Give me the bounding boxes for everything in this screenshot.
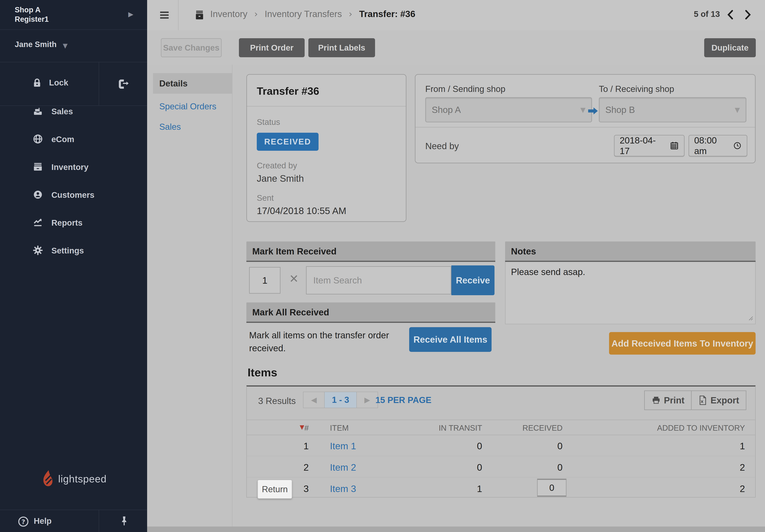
transfer-title: Transfer #36 [247, 75, 406, 97]
table-header-row: ▼ # ITEM IN TRANSIT RECEIVED ADDED TO IN… [247, 420, 755, 435]
sidebar: Shop A Register1 ▶ Jane Smith ▼ Lock [0, 0, 147, 532]
sidebar-item-reports[interactable]: Reports [0, 209, 147, 237]
sidebar-menu: Sales eCom Inventory Customers R [0, 98, 147, 265]
next-record-button[interactable] [742, 9, 753, 22]
item-search-input[interactable] [306, 266, 451, 294]
per-page-link[interactable]: 15 PER PAGE [376, 395, 431, 405]
items-toolbar: 3 Results ◀ 1 - 3 ▶ 15 PER PAGE Print x … [247, 387, 755, 413]
shop-register-switcher[interactable]: Shop A Register1 ▶ [0, 0, 147, 30]
pager-next-icon[interactable]: ▶ [357, 392, 378, 408]
tab-sales[interactable]: Sales [153, 122, 233, 132]
help-label: Help [34, 516, 52, 526]
inventory-box-icon [32, 161, 43, 173]
to-shop-label: To / Receiving shop [599, 84, 674, 94]
tab-details[interactable]: Details [153, 73, 233, 94]
hamburger-menu-icon[interactable] [159, 9, 170, 22]
sidebar-item-sales[interactable]: Sales [0, 98, 147, 126]
need-by-date-field[interactable]: 2018-04-17 [614, 135, 685, 156]
chevron-down-icon: ▼ [63, 42, 68, 49]
col-number[interactable]: # [247, 423, 309, 432]
calendar-icon [670, 141, 679, 150]
mark-all-received-section: Mark All Received Mark all items on the … [246, 303, 495, 356]
topbar: Inventory › Inventory Transfers › Transf… [147, 0, 765, 30]
pushpin-icon [119, 515, 130, 528]
sent-value: 17/04/2018 10:55 AM [257, 205, 406, 216]
help-icon: ? [17, 516, 29, 528]
col-received[interactable]: RECEIVED [522, 423, 563, 432]
notes-section: Notes Please send asap. [505, 241, 756, 325]
pin-sidebar-button[interactable] [99, 510, 147, 532]
col-item[interactable]: ITEM [330, 423, 349, 432]
logout-icon [118, 79, 129, 91]
record-position: 5 of 13 [694, 9, 720, 19]
shop-register-label: Shop A Register1 [15, 5, 49, 24]
breadcrumb-inventory[interactable]: Inventory [210, 9, 247, 19]
printer-icon [651, 396, 661, 405]
table-actions: Print x Export [644, 391, 746, 410]
receive-button[interactable]: Receive [451, 265, 494, 295]
chevron-down-icon: ▼ [580, 106, 585, 114]
breadcrumb-current: Transfer: #36 [359, 9, 415, 19]
clear-qty-icon[interactable]: ✕ [289, 272, 299, 285]
print-order-button[interactable]: Print Order [239, 38, 305, 57]
help-row: ? Help [0, 510, 147, 532]
breadcrumb-inventory-transfers[interactable]: Inventory Transfers [265, 9, 342, 19]
to-shop-select[interactable]: Shop B ▼ [599, 97, 746, 122]
items-table-panel: 3 Results ◀ 1 - 3 ▶ 15 PER PAGE Print x … [246, 386, 756, 497]
save-changes-button[interactable]: Save Changes [161, 38, 222, 57]
need-by-time-field[interactable]: 08:00 am [688, 135, 747, 156]
table-row: 2 Item 2 0 0 2 [247, 456, 755, 477]
cash-register-icon [32, 106, 43, 118]
chevron-right-icon: ▶ [128, 10, 133, 18]
resize-grip-icon[interactable] [746, 314, 754, 322]
action-bar: Save Changes Print Order Print Labels Du… [147, 30, 765, 65]
duplicate-button[interactable]: Duplicate [704, 38, 756, 57]
inventory-drawer-icon [194, 9, 205, 22]
svg-text:x: x [701, 399, 704, 404]
transfer-summary-card: Transfer #36 Status RECEIVED Created by … [246, 74, 406, 222]
topbar-divider [178, 0, 179, 30]
user-menu[interactable]: Jane Smith ▼ [0, 30, 147, 62]
item-link[interactable]: Item 3 [330, 483, 356, 494]
created-by-label: Created by [257, 161, 406, 170]
receive-qty-input[interactable] [249, 267, 281, 294]
globe-icon [32, 133, 43, 145]
col-added[interactable]: ADDED TO INVENTORY [657, 423, 745, 432]
pager-prev-icon[interactable]: ◀ [304, 392, 324, 408]
print-labels-button[interactable]: Print Labels [308, 38, 375, 57]
table-export-button[interactable]: x Export [692, 391, 746, 409]
tab-special-orders[interactable]: Special Orders [153, 102, 233, 111]
table-pager: ◀ 1 - 3 ▶ [303, 392, 378, 408]
person-icon [32, 189, 43, 201]
received-qty-input[interactable] [537, 479, 566, 497]
col-in-transit[interactable]: IN TRANSIT [438, 423, 482, 432]
pager-range: 1 - 3 [324, 392, 357, 408]
results-count: 3 Results [258, 396, 296, 406]
sidebar-item-inventory[interactable]: Inventory [0, 153, 147, 181]
table-print-button[interactable]: Print [645, 391, 692, 409]
help-button[interactable]: ? Help [0, 510, 99, 532]
sidebar-item-ecom[interactable]: eCom [0, 126, 147, 153]
receive-all-items-button[interactable]: Receive All Items [409, 327, 491, 352]
add-received-items-to-inventory-button[interactable]: Add Received Items To Inventory [609, 332, 756, 355]
mark-all-description: Mark all items on the transfer order rec… [249, 329, 398, 355]
breadcrumb-separator: › [254, 9, 258, 19]
mark-all-received-header: Mark All Received [246, 303, 495, 323]
from-shop-select[interactable]: Shop A ▼ [425, 97, 592, 122]
transfer-arrow-icon [586, 105, 599, 118]
gear-icon [32, 245, 43, 257]
breadcrumb-separator: › [349, 9, 352, 19]
lock-label: Lock [49, 78, 68, 88]
item-link[interactable]: Item 2 [330, 462, 356, 473]
created-by-value: Jane Smith [257, 173, 406, 184]
notes-textarea[interactable]: Please send asap. [505, 262, 756, 324]
notes-header: Notes [505, 241, 756, 262]
clock-icon [733, 141, 742, 150]
content-area: Details Special Orders Sales Transfer #3… [147, 65, 765, 532]
sent-label: Sent [257, 193, 406, 203]
bottom-strip [147, 527, 765, 532]
sidebar-item-settings[interactable]: Settings [0, 237, 147, 265]
sidebar-item-customers[interactable]: Customers [0, 181, 147, 209]
item-link[interactable]: Item 1 [330, 441, 356, 451]
previous-record-button[interactable] [725, 9, 736, 22]
